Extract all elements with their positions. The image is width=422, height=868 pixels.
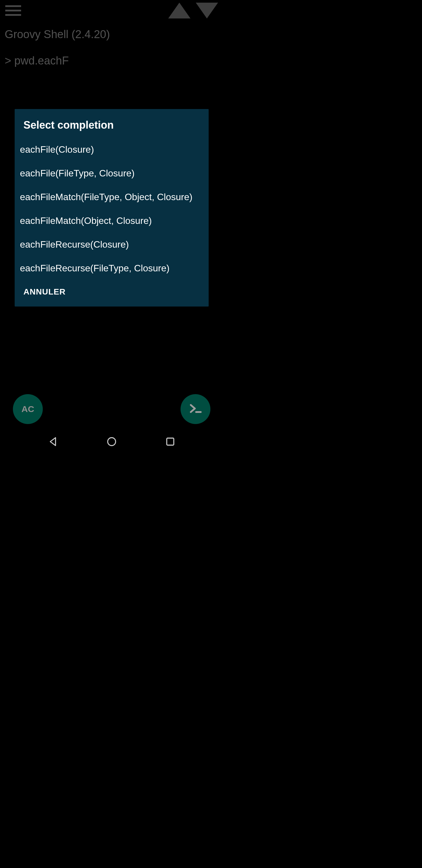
shell-prompt[interactable]: > pwd.eachF — [5, 55, 69, 67]
recents-icon[interactable] — [165, 436, 176, 448]
android-nav-bar — [0, 428, 223, 456]
cancel-button[interactable]: ANNULER — [14, 280, 74, 300]
dialog-title: Select completion — [14, 119, 209, 138]
completion-item[interactable]: eachFile(FileType, Closure) — [14, 161, 209, 185]
completion-item[interactable]: eachFileMatch(FileType, Object, Closure) — [14, 185, 209, 209]
ac-button[interactable]: AC — [13, 394, 43, 424]
svg-point-2 — [108, 438, 116, 446]
completion-item[interactable]: eachFileMatch(Object, Closure) — [14, 209, 209, 233]
completion-item[interactable]: eachFileRecurse(FileType, Closure) — [14, 256, 209, 280]
completion-item[interactable]: eachFile(Closure) — [14, 138, 209, 161]
arrow-up-icon[interactable] — [168, 3, 190, 19]
top-toolbar — [0, 0, 223, 21]
home-icon[interactable] — [107, 436, 117, 448]
svg-rect-3 — [167, 438, 174, 445]
shell-title: Groovy Shell (2.4.20) — [5, 28, 110, 41]
completion-dialog: Select completion eachFile(Closure) each… — [14, 109, 209, 307]
arrow-down-icon[interactable] — [196, 3, 218, 19]
run-button[interactable] — [181, 394, 210, 424]
prompt-icon — [188, 401, 203, 417]
completion-item[interactable]: eachFileRecurse(Closure) — [14, 233, 209, 256]
menu-icon[interactable] — [5, 2, 22, 19]
svg-marker-1 — [50, 438, 55, 446]
back-icon[interactable] — [48, 436, 59, 448]
history-arrows — [168, 3, 218, 19]
ac-label: AC — [21, 404, 34, 414]
